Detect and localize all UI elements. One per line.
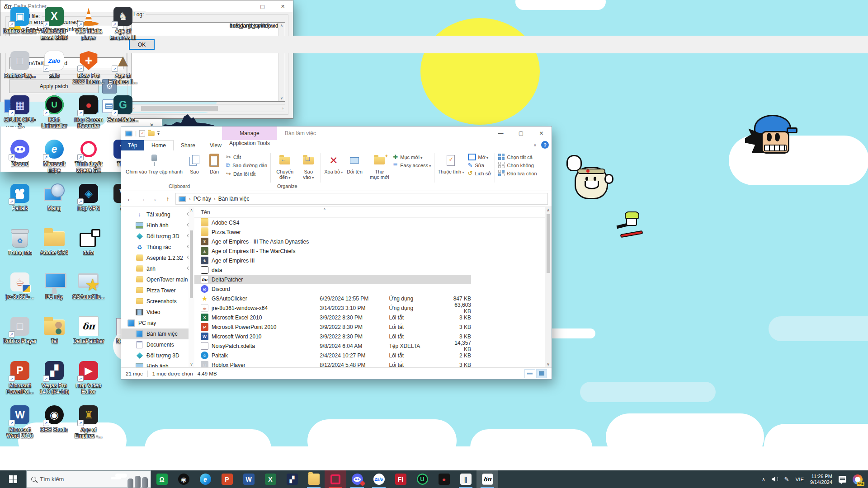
invert-selection-button[interactable]: Đảo lựa chọn: [498, 170, 537, 177]
nav-item[interactable]: Screenshots: [121, 296, 194, 307]
scroll-right-arrow[interactable]: ›: [282, 106, 283, 111]
taskbar-app[interactable]: ∥: [455, 470, 476, 488]
desktop-icon[interactable]: Zalo ↗ Zalo: [37, 50, 71, 93]
desktop-icon[interactable]: □ ↗ RobloxPlay...: [3, 50, 37, 93]
start-button[interactable]: [0, 470, 26, 488]
file-row[interactable]: Pizza.Tower: [194, 227, 471, 237]
file-list-scrollbar[interactable]: ∧∨: [545, 207, 552, 367]
desktop-icon[interactable]: ♞ ↗ Age of Empires III: [106, 5, 140, 49]
easy-access-button[interactable]: ≣Easy access: [393, 162, 431, 169]
close-button[interactable]: ✕: [531, 127, 552, 140]
new-folder-button[interactable]: Thư mục mới: [368, 152, 391, 183]
desktop-icon[interactable]: P ↗ Microsoft PowerPoi...: [3, 360, 37, 403]
file-row[interactable]: Adobe CS4: [194, 218, 471, 227]
nav-item[interactable]: Documents: [121, 339, 194, 350]
desktop-icon[interactable]: ▲ ↗ Age of Empires II...: [106, 50, 140, 93]
log-textarea[interactable]: ected.ents_and_sprites.xdelit... (don't …: [132, 22, 285, 102]
minimize-button[interactable]: —: [232, 0, 252, 12]
file-row[interactable]: P Microsoft PowerPoint 2010 3/9/2022 8:3…: [194, 322, 471, 332]
taskbar-app[interactable]: ▞: [281, 470, 303, 488]
windows-ink-icon[interactable]: ✎: [784, 476, 789, 483]
history-button[interactable]: ↺Lịch sử: [468, 170, 491, 177]
collapse-ribbon-icon[interactable]: ∧: [533, 142, 537, 147]
paste-shortcut-button[interactable]: ↪Dán lối tắt: [226, 170, 267, 177]
file-row[interactable]: □ Roblox Player 8/12/2024 5:48 PM Lối tắ…: [194, 360, 471, 367]
desktop-icon[interactable]: e ↗ Microsoft Edge: [37, 138, 71, 182]
select-all-button[interactable]: Chọn tất cả: [498, 154, 537, 160]
taskbar-app[interactable]: X: [259, 470, 281, 488]
nav-item[interactable]: OpenTower-main: [121, 274, 194, 285]
file-row[interactable]: ☺ Paltalk 2/4/2024 10:27 PM Lối tắt 2 KB: [194, 351, 471, 360]
paste-button[interactable]: Dán: [204, 152, 224, 183]
tab-home[interactable]: Home: [144, 140, 174, 150]
desktop-icon[interactable]: ↗ data: [71, 227, 106, 270]
desktop-icon[interactable]: ▞ ↗ Vegas Pro 14.0 (64-bit): [37, 360, 71, 403]
nav-item[interactable]: Tải xuống: [121, 209, 194, 220]
help-icon[interactable]: ?: [541, 141, 549, 149]
nav-item[interactable]: PC này: [121, 318, 194, 328]
nav-item[interactable]: Video: [121, 307, 194, 318]
large-icons-view-button[interactable]: [536, 369, 547, 378]
taskbar-app[interactable]: [325, 470, 346, 488]
copy-path-button[interactable]: ⧉Sao đường dẫn: [226, 162, 267, 169]
file-row[interactable]: data: [194, 265, 471, 275]
forward-button[interactable]: →: [137, 195, 147, 202]
taskbar-app[interactable]: Ω: [151, 470, 173, 488]
nav-item[interactable]: Hình ảnh: [121, 220, 194, 231]
nav-item[interactable]: Pizza Tower: [121, 285, 194, 296]
column-headers[interactable]: ∧ Tên: [194, 207, 552, 218]
manage-contextual-tab[interactable]: Manage: [222, 127, 277, 140]
log-vertical-scrollbar[interactable]: ∧∨: [278, 23, 285, 101]
taskbar-app[interactable]: P: [216, 470, 238, 488]
file-row[interactable]: ω Discord: [194, 284, 471, 294]
desktop-icon[interactable]: ↗ VLC media player: [71, 5, 106, 49]
volume-icon[interactable]: [772, 477, 778, 482]
desktop-icon[interactable]: ↗ Paltalk: [3, 183, 37, 226]
taskbar-app[interactable]: W: [238, 470, 259, 488]
file-row[interactable]: ♜ Age of Empires - III The Asian Dynasti…: [194, 237, 471, 246]
desktop-icon[interactable]: ☕ ↗ jre-8u361-...: [3, 271, 37, 314]
delete-button[interactable]: ✕Xóa bỏ: [322, 152, 344, 183]
file-row[interactable]: W Microsoft Word 2010 3/9/2022 8:30 PM L…: [194, 332, 471, 341]
nav-scrollbar[interactable]: ∧∨: [189, 207, 194, 367]
desktop-icon[interactable]: ↗ Adobe CS4: [37, 227, 71, 270]
properties-button[interactable]: Thuộc tính: [436, 152, 466, 183]
breadcrumb-item[interactable]: PC này: [193, 196, 211, 202]
desktop-icon[interactable]: ♻ ↗ Thùng rác: [3, 227, 37, 270]
desktop-icon[interactable]: ↗ Trình duyệt Opera GX: [71, 138, 106, 182]
desktop-icon[interactable]: ♜ ↗ Age of Empires -...: [71, 404, 106, 447]
log-horizontal-scrollbar[interactable]: ‹ ›: [132, 104, 285, 112]
nav-item[interactable]: ảnh: [121, 263, 194, 274]
desktop-icon[interactable]: ◈ ↗ iTop VPN: [71, 183, 106, 226]
recent-locations-caret[interactable]: ⌄: [150, 197, 160, 202]
properties-quick-icon[interactable]: [139, 130, 145, 137]
minimize-button[interactable]: —: [491, 127, 511, 140]
file-row[interactable]: ☕ jre-8u361-windows-x64 3/14/2023 3:10 P…: [194, 303, 471, 313]
desktop-icon[interactable]: ↗ PC này: [37, 271, 71, 314]
desktop-icon[interactable]: ✚ ↗ Bkav Pro 2022 Intern...: [71, 50, 106, 93]
copilot-icon[interactable]: PRE: [853, 474, 863, 484]
maximize-button[interactable]: ▢: [511, 127, 531, 140]
desktop-icon[interactable]: □ ↗ Roblox Player: [3, 315, 37, 359]
nav-item[interactable]: Aseprite 1.2.32: [121, 253, 194, 263]
breadcrumb-item[interactable]: Bàn làm việc: [218, 196, 250, 202]
taskbar-app[interactable]: e: [194, 470, 216, 488]
back-button[interactable]: ←: [125, 195, 135, 202]
taskbar-app[interactable]: ◉: [173, 470, 194, 488]
breadcrumb[interactable]: › PC này › Bàn làm việc: [175, 193, 548, 205]
taskbar-app[interactable]: δπ: [476, 470, 498, 488]
file-row[interactable]: ★ GSAutoClicker 6/29/2024 12:55 PM Ứng d…: [194, 294, 471, 303]
desktop-icon[interactable]: δπ ↗ DeltaPatcher: [71, 315, 106, 359]
file-row[interactable]: δπ DeltaPatcher: [194, 275, 471, 284]
tab-file[interactable]: Tệp: [121, 140, 144, 150]
taskbar-app[interactable]: ●: [433, 470, 455, 488]
explorer-titlebar[interactable]: | ▾ Manage Bàn làm việc — ▢ ✕: [121, 127, 552, 140]
desktop-icon[interactable]: ▦ ↗ CPUID CPU-Z: [3, 94, 37, 137]
show-hidden-icons-chevron[interactable]: ∧: [762, 477, 765, 482]
tab-share[interactable]: Share: [174, 140, 203, 150]
file-row[interactable]: ▲ Age of Empires III - The WarChiefs: [194, 246, 471, 256]
details-view-button[interactable]: [524, 369, 535, 378]
pin-to-quick-access-button[interactable]: Ghim vào Truy cập nhanh: [124, 152, 184, 183]
desktop-icon[interactable]: ↗ Mạng: [37, 183, 71, 226]
taskbar-app[interactable]: Zalo: [368, 470, 390, 488]
